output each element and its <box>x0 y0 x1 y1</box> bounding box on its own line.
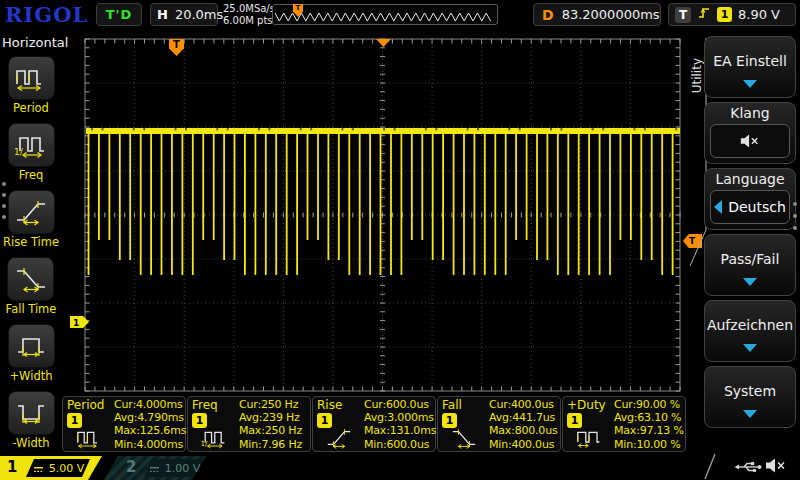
menu-button-ea-einstell[interactable]: EA Einstell <box>704 36 796 98</box>
rise-time-icon <box>317 426 361 450</box>
measurement-panel-freq[interactable]: Freq11/Cur:250 HzAvg:239 HzMax:250 HzMin… <box>187 396 311 452</box>
svg-text:1/: 1/ <box>200 439 208 448</box>
waveform-display[interactable]: 1 <box>62 30 690 396</box>
sample-rate: 25.0MSa/s <box>223 3 275 15</box>
plus-width-icon <box>8 324 55 368</box>
svg-text:1/: 1/ <box>14 147 24 157</box>
menu-button-label: Aufzeichnen <box>705 317 795 333</box>
channel-1-number: 1 <box>7 458 17 476</box>
acquisition-info: 25.0MSa/s 6.00M pts <box>223 3 275 27</box>
left-menu-title: Horizontal <box>2 35 68 50</box>
menu-button-language[interactable]: LanguageDeutsch <box>704 168 796 230</box>
measurement-name: +Duty <box>567 398 606 412</box>
meas-avg: Avg:3.000ms <box>364 411 436 424</box>
dot <box>2 182 6 186</box>
trigger-box[interactable]: T 1 8.90 V <box>668 3 796 26</box>
measurement-name: Period <box>67 398 104 412</box>
measurement-panel-duty[interactable]: +Duty1Cur:90.00 %Avg:63.10 %Max:97.13 %M… <box>562 396 686 452</box>
chevron-down-icon <box>743 278 757 286</box>
language-value: Deutsch <box>728 199 786 215</box>
speaker-muted-icon <box>739 133 761 149</box>
left-menu-item-period[interactable]: Period <box>8 56 55 115</box>
freq-icon: 1/ <box>192 426 236 450</box>
dot <box>2 193 6 197</box>
usb-icon <box>734 459 762 473</box>
dc-coupling-icon <box>148 459 161 478</box>
meas-cur: Cur:250 Hz <box>239 398 311 411</box>
left-menu-item-label: Rise Time <box>3 235 59 249</box>
left-menu-item-label: Fall Time <box>6 302 57 316</box>
measurement-values: Cur:400.0usAvg:441.7usMax:800.0usMin:400… <box>489 398 561 451</box>
waveform-preview[interactable] <box>272 4 498 25</box>
timebase-value: 20.0ms <box>175 7 223 22</box>
measurement-bar: Period1Cur:4.000msAvg:4.790msMax:125.6ms… <box>62 396 691 454</box>
dc-coupling-icon <box>32 459 45 478</box>
left-menu-item-fall-time[interactable]: Fall Time <box>6 257 57 316</box>
measurement-values: Cur:4.000msAvg:4.790msMax:125.6msMin:4.0… <box>114 398 186 451</box>
svg-text:1: 1 <box>73 318 79 328</box>
dot <box>2 204 6 208</box>
measurement-name: Rise <box>317 398 342 412</box>
menu-button-label: System <box>705 383 795 399</box>
meas-min: Min:4.000ms <box>114 438 186 451</box>
meas-avg: Avg:63.10 % <box>614 411 686 424</box>
meas-avg: Avg:4.790ms <box>114 411 186 424</box>
period-icon <box>8 56 55 100</box>
meas-avg: Avg:239 Hz <box>239 411 311 424</box>
channel-2-number: 2 <box>126 458 136 476</box>
freq-icon: 1/ <box>8 123 55 167</box>
menu-button-label: EA Einstell <box>705 53 795 69</box>
measurement-panel-period[interactable]: Period1Cur:4.000msAvg:4.790msMax:125.6ms… <box>62 396 186 452</box>
timebase-label: H <box>157 7 168 22</box>
meas-min: Min:7.96 Hz <box>239 438 311 451</box>
measurement-name: Freq <box>192 398 218 412</box>
measurement-panel-fall[interactable]: Fall1Cur:400.0usAvg:441.7usMax:800.0usMi… <box>437 396 561 452</box>
menu-button-pass-fail[interactable]: Pass/Fail <box>704 234 796 296</box>
preview-wave <box>273 5 497 24</box>
chevron-down-icon <box>743 410 757 418</box>
channel-2-indicator[interactable]: 2 1.00 V <box>104 456 212 480</box>
measurement-values: Cur:90.00 %Avg:63.10 %Max:97.13 %Min:10.… <box>614 398 686 451</box>
period-icon <box>67 426 111 450</box>
menu-button-label: Klang <box>705 105 795 121</box>
menu-button-system[interactable]: System <box>704 366 796 428</box>
menu-button-klang[interactable]: Klang <box>704 102 796 164</box>
dot <box>793 226 797 230</box>
menu-button-aufzeichnen[interactable]: Aufzeichnen <box>704 300 796 362</box>
meas-max: Max:250 Hz <box>239 424 311 437</box>
meas-min: Min:10.00 % <box>614 438 686 451</box>
minus-width-icon <box>8 391 55 435</box>
timebase-box[interactable]: H 20.0ms <box>150 3 218 26</box>
meas-min: Min:600.0us <box>364 438 436 451</box>
meas-max: Max:125.6ms <box>114 424 186 437</box>
fall-time-icon <box>7 257 54 301</box>
delay-box[interactable]: D 83.2000000ms <box>533 3 661 26</box>
rising-edge-icon <box>697 4 711 26</box>
menu-button-label: Pass/Fail <box>705 251 795 267</box>
meas-max: Max:97.13 % <box>614 424 686 437</box>
channel-1-indicator[interactable]: 1 5.00 V <box>0 456 110 480</box>
menu-button-panel <box>710 124 790 158</box>
channel-1-scale: 5.00 V <box>49 462 85 475</box>
left-menu-item-width[interactable]: +Width <box>8 324 55 383</box>
left-menu-item-freq[interactable]: 1/Freq <box>8 123 55 182</box>
rigol-logo: RIGOL <box>5 2 88 27</box>
delay-value: 83.2000000ms <box>562 7 660 22</box>
meas-cur: Cur:400.0us <box>489 398 561 411</box>
meas-max: Max:800.0us <box>489 424 561 437</box>
chevron-left-icon <box>714 200 722 214</box>
left-menu-item-rise-time[interactable]: Rise Time <box>3 190 59 249</box>
left-menu-item-label: Freq <box>19 168 44 182</box>
left-menu-item-label: +Width <box>9 369 52 383</box>
dot <box>2 215 6 219</box>
channel-2-scale: 1.00 V <box>165 462 201 475</box>
duty-icon <box>567 426 611 450</box>
measurement-panel-rise[interactable]: Rise1Cur:600.0usAvg:3.000msMax:131.0msMi… <box>312 396 436 452</box>
measurement-values: Cur:250 HzAvg:239 HzMax:250 HzMin:7.96 H… <box>239 398 311 451</box>
left-menu-item-width[interactable]: -Width <box>8 391 55 450</box>
left-menu-item-label: -Width <box>12 436 49 450</box>
fall-time-icon <box>442 426 486 450</box>
delay-label: D <box>542 7 554 23</box>
measurement-values: Cur:600.0usAvg:3.000msMax:131.0msMin:600… <box>364 398 436 451</box>
speaker-muted-icon <box>764 457 788 474</box>
